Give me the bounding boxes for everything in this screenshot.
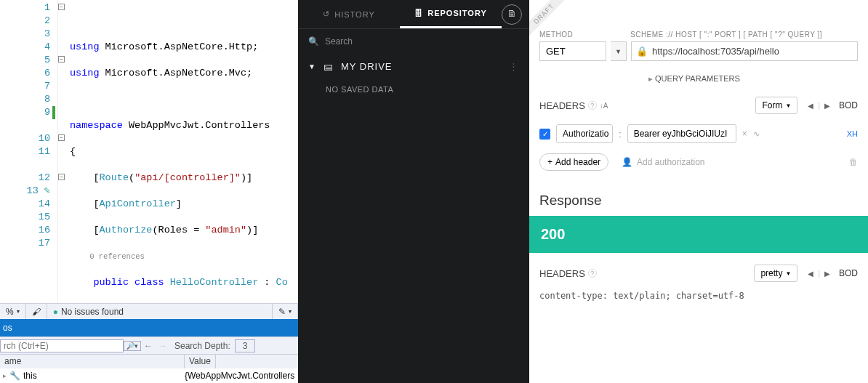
method-dropdown-icon[interactable]: ▼	[611, 41, 627, 61]
content-type-header: content-type: text/plain; charset=utf-8	[539, 291, 858, 301]
trash-icon[interactable]: 🗑	[849, 157, 858, 167]
issues-status: ● No issues found	[47, 304, 273, 319]
code-editor[interactable]: 1234 5678 91011 1213 ✎ 14151617 − − − − …	[0, 0, 298, 303]
search-depth-value[interactable]: 3	[235, 339, 256, 352]
my-drive-header[interactable]: ▼ 🖴 MY DRIVE ⋮	[298, 54, 529, 79]
help-icon[interactable]: ?	[588, 101, 597, 110]
header-name-input[interactable]: Authorizatio	[556, 124, 613, 143]
nav-right-icon[interactable]: ▶	[824, 102, 830, 110]
more-icon[interactable]: ⋮	[509, 61, 519, 72]
nav-back-icon[interactable]: ←	[141, 341, 156, 351]
ide-blue-tab[interactable]: os	[0, 319, 298, 336]
lock-icon: 🔒	[636, 46, 648, 57]
link-icon[interactable]: ∿	[753, 129, 760, 139]
person-icon: 👤	[622, 157, 632, 167]
clear-icon[interactable]: ×	[742, 129, 747, 139]
body-tab[interactable]: BOD	[839, 268, 858, 278]
xhr-label: XH	[847, 129, 858, 138]
url-input[interactable]: 🔒 https://localhost:7035/api/hello	[631, 41, 858, 61]
nav-left-icon[interactable]: ◀	[808, 270, 813, 278]
header-row: ✓ Authorizatio : Bearer eyJhbGciOiJIUzI …	[539, 124, 858, 143]
tab-history[interactable]: ↺ HISTORY	[298, 1, 400, 28]
ide-panel: 1234 5678 91011 1213 ✎ 14151617 − − − − …	[0, 0, 298, 383]
drive-icon: 🖴	[324, 61, 334, 72]
response-headers-title: HEADERS ?	[539, 268, 597, 279]
ide-status-bar: % ▾ 🖌 ● No issues found ✎ ▾	[0, 303, 298, 319]
col-value: Value	[185, 355, 216, 368]
header-value-input[interactable]: Bearer eyJhbGciOiJIUzI	[627, 124, 736, 143]
query-parameters-toggle[interactable]: QUERY PARAMETERS	[648, 74, 858, 84]
search-dropdown-icon[interactable]: 🔎▾	[124, 341, 141, 351]
scheme-label: SCHEME :// HOST [ ":" PORT ] [ PATH [ "?…	[630, 31, 822, 39]
body-tab[interactable]: BOD	[839, 100, 858, 110]
database-icon: 🗄	[414, 9, 423, 17]
zoom-pct[interactable]: % ▾	[0, 304, 26, 319]
search-icon: 🔍	[308, 36, 319, 47]
expand-icon[interactable]: ▸	[3, 372, 7, 379]
add-authorization-button[interactable]: 👤Add authorization	[622, 157, 704, 167]
ide-search-bar: 🔎▾ ← → Search Depth: 3	[0, 336, 298, 354]
draft-ribbon: DRAFT	[529, 0, 579, 49]
nav-left-icon[interactable]: ◀	[808, 102, 813, 110]
headers-title: HEADERS ? ↓A	[539, 100, 608, 111]
search-input[interactable]	[0, 339, 124, 352]
fold-column: − − − −	[58, 0, 70, 303]
plus-icon: +	[547, 157, 552, 167]
lint-icon[interactable]: ✎ ▾	[273, 304, 298, 319]
response-status: 200	[529, 216, 868, 253]
response-title: Response	[539, 193, 858, 216]
header-checkbox[interactable]: ✓	[539, 129, 550, 140]
add-header-button[interactable]: +Add header	[539, 153, 608, 171]
pretty-select[interactable]: pretty ▼	[754, 265, 797, 282]
locals-row-this[interactable]: ▸ 🔧 this {WebAppMvcJwt.Controllers	[0, 368, 298, 383]
brush-icon[interactable]: 🖌	[26, 304, 47, 319]
document-icon: 🗎	[507, 9, 517, 20]
chevron-down-icon: ▼	[308, 63, 316, 70]
locals-header: ame Value	[0, 354, 298, 368]
wrench-icon: 🔧	[9, 371, 20, 381]
headers-view-select[interactable]: Form ▼	[755, 97, 797, 114]
history-icon: ↺	[323, 9, 330, 19]
line-gutter: 1234 5678 91011 1213 ✎ 14151617	[0, 0, 58, 303]
sort-icon[interactable]: ↓A	[600, 102, 608, 110]
api-client-panel: DRAFT METHOD SCHEME :// HOST [ ":" PORT …	[529, 0, 868, 383]
repository-panel: ↺ HISTORY 🗄 REPOSITORY 🗎 🔍 Search ▼ 🖴 MY…	[298, 0, 529, 383]
no-saved-data: NO SAVED DATA	[298, 79, 529, 100]
nav-fwd-icon[interactable]: →	[156, 341, 170, 351]
search-depth-label: Search Depth:	[170, 341, 235, 351]
repo-search[interactable]: 🔍 Search	[298, 29, 529, 54]
new-doc-button[interactable]: 🗎	[502, 4, 522, 25]
col-name: ame	[0, 355, 185, 368]
tab-repository[interactable]: 🗄 REPOSITORY	[400, 0, 502, 28]
help-icon[interactable]: ?	[588, 269, 597, 278]
code-body[interactable]: using Microsoft.AspNetCore.Http; using M…	[70, 0, 288, 303]
nav-right-icon[interactable]: ▶	[824, 270, 830, 278]
